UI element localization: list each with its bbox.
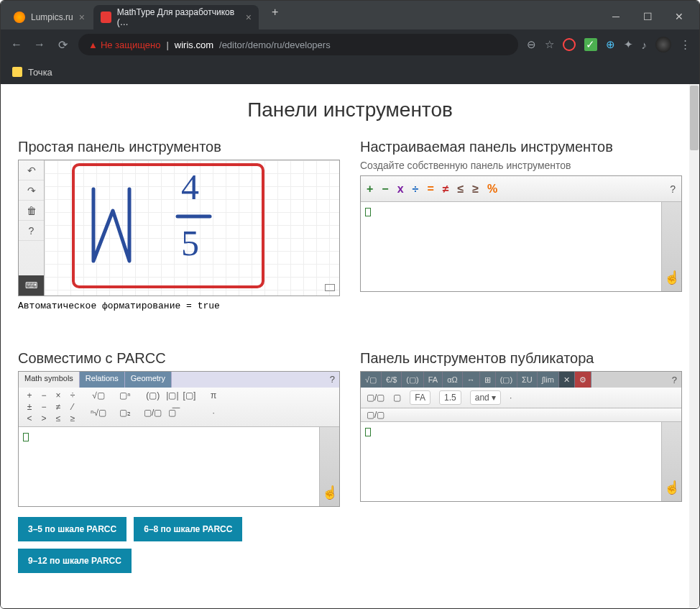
pub-tab[interactable]: αΩ [443, 372, 463, 388]
sym[interactable]: (▢) [144, 390, 162, 406]
tool-item[interactable]: ▢ [393, 393, 401, 403]
handwriting-toggle[interactable]: ☝ [661, 202, 681, 291]
resize-handle[interactable] [325, 284, 335, 291]
undo-button[interactable]: ↶ [19, 160, 44, 180]
pub-tab[interactable]: ∫lim [538, 372, 559, 388]
parcc-btn-9-12[interactable]: 9–12 по шкале PARCC [18, 549, 132, 573]
help-button[interactable]: ? [330, 374, 335, 385]
tab-geometry[interactable]: Geometry [125, 372, 172, 388]
browser-tab-mathtype[interactable]: MathType Для разработчиков (… × [93, 5, 259, 29]
delete-button[interactable]: 🗑 [19, 201, 44, 221]
sym-equals[interactable]: = [427, 183, 433, 196]
handwriting-canvas[interactable]: 4 5 [45, 160, 339, 296]
sym[interactable]: < [24, 413, 34, 423]
back-button[interactable]: ← [9, 38, 24, 51]
sym-divide[interactable]: ÷ [413, 183, 419, 196]
forward-button[interactable]: → [32, 38, 47, 51]
tool-item[interactable]: ▢/▢ [367, 410, 384, 420]
pub-tab[interactable]: ΣU [517, 372, 538, 388]
profile-avatar[interactable] [655, 37, 671, 52]
sym-ge[interactable]: ≥ [472, 183, 479, 196]
sym[interactable]: ≠ [53, 402, 63, 412]
sym[interactable]: ▢͞ [166, 408, 178, 423]
sym[interactable]: ▢₂ [119, 408, 131, 423]
new-tab-button[interactable]: + [266, 3, 284, 22]
sym[interactable]: > [39, 413, 49, 423]
sym[interactable]: π [208, 390, 218, 406]
star-icon[interactable]: ☆ [545, 38, 554, 51]
pub-tab-close[interactable]: ✕ [559, 372, 575, 388]
close-icon[interactable]: × [79, 12, 85, 23]
sym[interactable]: ÷ [68, 390, 78, 400]
url-field[interactable]: ▲ Не защищено | wiris.com/editor/demo/ru… [78, 34, 518, 55]
keyboard-button[interactable]: ⌨ [19, 275, 44, 296]
help-button[interactable]: ? [670, 183, 676, 195]
sym[interactable]: ≤ [53, 413, 63, 423]
scrollbar-thumb[interactable] [690, 86, 699, 150]
help-button[interactable]: ? [672, 375, 677, 385]
tool-item[interactable]: · [510, 393, 512, 403]
sym[interactable]: + [24, 390, 34, 400]
pub-tab[interactable]: (▢) [402, 372, 423, 388]
sym[interactable]: ≥ [68, 413, 78, 423]
parcc-btn-6-8[interactable]: 6–8 по шкале PARCC [134, 517, 242, 541]
bookmark-link[interactable]: Точка [28, 67, 52, 78]
scrollbar-track[interactable] [689, 84, 699, 608]
sym[interactable]: × [53, 390, 63, 400]
extensions-icon[interactable]: ✦ [624, 38, 633, 51]
parcc-btn-3-5[interactable]: 3–5 по шкале PARCC [18, 517, 126, 541]
pub-tab[interactable]: FA [424, 372, 443, 388]
tab-math-symbols[interactable]: Math symbols [19, 372, 80, 388]
sym[interactable]: · [208, 408, 218, 423]
sym[interactable]: − [39, 390, 49, 400]
handwriting-toggle[interactable]: ☝ [661, 422, 681, 501]
minimize-button[interactable]: ─ [607, 11, 625, 22]
sym[interactable]: |▢| [166, 390, 178, 406]
handwriting-toggle[interactable]: ☝ [319, 427, 339, 506]
sym[interactable]: ⁄ [68, 402, 78, 412]
cursor-placeholder [23, 433, 29, 441]
close-button[interactable]: ✕ [671, 11, 688, 22]
pub-tab[interactable]: √▢ [361, 372, 382, 388]
music-icon[interactable]: ♪ [642, 39, 648, 51]
pub-tab-settings[interactable]: ⚙ [575, 372, 591, 388]
sym-minus[interactable]: − [382, 183, 388, 196]
sym[interactable]: √▢ [91, 390, 106, 406]
sym[interactable]: − [39, 402, 49, 412]
browser-tab-lumpics[interactable]: Lumpics.ru × [6, 5, 92, 29]
menu-icon[interactable]: ⋮ [680, 38, 691, 51]
tool-item[interactable]: ▢/▢ [367, 393, 384, 403]
sym-percent[interactable]: % [487, 183, 497, 196]
help-button[interactable]: ? [19, 221, 44, 241]
sym[interactable]: [▢] [183, 390, 196, 406]
tool-item[interactable]: FA [410, 390, 430, 405]
window-controls: ─ ☐ ✕ [607, 11, 694, 29]
sym[interactable]: ± [24, 402, 34, 412]
sym[interactable]: ⁿ√▢ [91, 408, 106, 423]
publisher-canvas[interactable] [361, 422, 661, 501]
redo-button[interactable]: ↷ [19, 180, 44, 201]
check-icon[interactable]: ✓ [584, 38, 597, 51]
custom-canvas[interactable] [361, 202, 661, 291]
pub-tab[interactable]: €/$ [382, 372, 402, 388]
maximize-button[interactable]: ☐ [639, 11, 656, 22]
tool-item[interactable]: 1.5 [439, 390, 461, 405]
sym-le[interactable]: ≤ [458, 183, 464, 196]
zoom-icon[interactable]: ⊖ [527, 38, 536, 51]
close-icon[interactable]: × [246, 12, 252, 23]
sym-notequal[interactable]: ≠ [443, 183, 449, 196]
pub-tab[interactable]: ⊞ [480, 372, 496, 388]
parcc-canvas[interactable] [19, 427, 319, 506]
sym-plus[interactable]: + [367, 183, 373, 196]
security-warning[interactable]: ▲ Не защищено [88, 40, 160, 50]
tab-relations[interactable]: Relations [80, 372, 125, 388]
sym[interactable]: ▢/▢ [144, 408, 162, 423]
sym-times[interactable]: x [397, 183, 404, 196]
tool-item[interactable]: and ▾ [470, 390, 501, 405]
globe-icon[interactable]: ⊕ [606, 38, 615, 51]
pub-tab[interactable]: ↔ [463, 372, 480, 388]
sym[interactable]: ▢ⁿ [119, 390, 131, 406]
opera-icon[interactable] [563, 38, 576, 51]
reload-button[interactable]: ⟳ [55, 38, 70, 52]
pub-tab[interactable]: (▢) [496, 372, 517, 388]
